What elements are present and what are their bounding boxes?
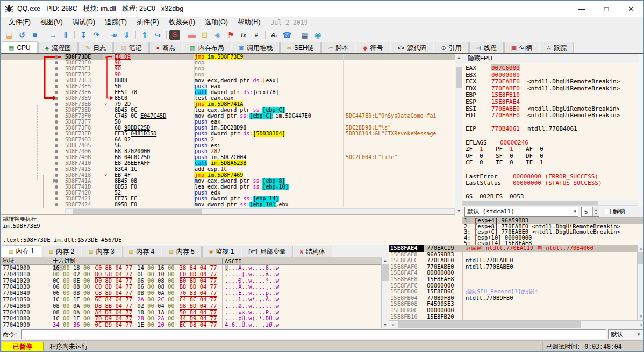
- register-line[interactable]: OF0SF0DF0: [466, 153, 644, 160]
- tab-笔记[interactable]: ▤笔记: [113, 42, 148, 53]
- disasm-row[interactable]: 5D8F742052push edx: [1, 190, 455, 196]
- breakpoint-dot[interactable]: [55, 179, 58, 183]
- disasm-gutter[interactable]: [1, 131, 64, 137]
- tab-句柄[interactable]: ▣句柄: [504, 42, 539, 53]
- register-line[interactable]: EFLAGS00000246: [466, 140, 644, 147]
- dump-tab-结构体[interactable]: §结构体: [294, 246, 332, 257]
- hide-fpu-button[interactable]: 隐藏FPU: [462, 54, 498, 63]
- maximize-button[interactable]: □: [594, 1, 619, 17]
- bookmark-icon[interactable]: ⚑: [225, 30, 237, 40]
- disasm-row[interactable]: 5D8F73ED8D45 0Clea eax,dword ptr ss:[ebp…: [1, 107, 455, 113]
- run-to-selection-icon[interactable]: ↠: [108, 30, 120, 40]
- disasm-row[interactable]: 5D8F73F750push eax: [1, 119, 455, 125]
- registers-vscrollbar[interactable]: [638, 54, 644, 200]
- breakpoint-dot[interactable]: [55, 191, 58, 195]
- calling-convention-select[interactable]: 默认 (stdcall) ▼: [464, 207, 578, 217]
- execute-till-return-icon[interactable]: ⇑: [139, 30, 151, 40]
- disasm-gutter[interactable]: [1, 166, 64, 172]
- disassembly-vscrollbar[interactable]: ▲ ▼: [455, 54, 462, 214]
- breakpoint-dot[interactable]: [55, 168, 58, 171]
- disasm-row[interactable]: 5D8F73DE⌄EB 09jmp im.5D8F73E9: [1, 54, 455, 60]
- dump-tab-内存 5[interactable]: ▥内存 5: [162, 246, 202, 257]
- disasm-row[interactable]: 5D8F73E290nop: [1, 71, 455, 77]
- disasm-gutter[interactable]: [1, 172, 64, 178]
- disasm-gutter[interactable]: [1, 202, 64, 207]
- breakpoint-dot[interactable]: [55, 150, 58, 153]
- disasm-gutter[interactable]: [1, 190, 64, 196]
- register-line[interactable]: GS002BFS0053: [466, 193, 644, 199]
- breakpoint-dot[interactable]: [55, 85, 58, 88]
- register-line[interactable]: CF0TF0IF1: [466, 160, 644, 167]
- disasm-gutter[interactable]: [1, 137, 64, 142]
- disasm-gutter[interactable]: [1, 54, 64, 60]
- register-line[interactable]: EIP770B4061ntdll.770B4061: [466, 126, 644, 133]
- tab-流程图[interactable]: ♣流程图: [38, 42, 78, 53]
- disasm-row[interactable]: 5D8F73FDFF35 0481D35Dpush dword ptr ds:[…: [1, 131, 455, 137]
- register-line[interactable]: [466, 133, 644, 140]
- disasm-gutter[interactable]: [1, 119, 64, 125]
- breakpoint-dot[interactable]: [55, 97, 58, 100]
- disasm-row[interactable]: 5D8F73E550push eax: [1, 83, 455, 89]
- disasm-row[interactable]: 5D8F73E190nop: [1, 66, 455, 71]
- step-over-icon[interactable]: ↷: [90, 30, 102, 40]
- breakpoint-dot[interactable]: [55, 174, 58, 177]
- dump-tab-内存 2[interactable]: ▥内存 2: [42, 246, 82, 257]
- unlock-checkbox[interactable]: [605, 209, 611, 214]
- close-button[interactable]: ✕: [619, 1, 643, 17]
- open-file-icon[interactable]: ▤: [3, 30, 15, 40]
- attach-icon[interactable]: ☎: [281, 30, 293, 40]
- dump-vscrollbar[interactable]: ▲ ▼: [381, 257, 389, 328]
- label-icon[interactable]: ◈: [212, 30, 224, 40]
- run-to-user-code-icon[interactable]: ↪: [152, 30, 163, 40]
- breakpoint-dot[interactable]: [55, 79, 58, 82]
- breakpoint-dot[interactable]: [55, 61, 58, 64]
- disasm-gutter[interactable]: [1, 89, 64, 95]
- stack-row[interactable]: 15E8FB0015E8FB6C指向SEH_Record[1]的指针: [389, 289, 644, 295]
- tab-符号[interactable]: ◆符号: [356, 42, 390, 53]
- calculator-icon[interactable]: ▦: [299, 30, 311, 40]
- disasm-gutter[interactable]: [1, 160, 64, 166]
- tab-线程[interactable]: ⇉线程: [469, 42, 504, 53]
- tab-调用堆栈[interactable]: ▣调用堆栈: [232, 42, 280, 53]
- disasm-gutter[interactable]: [1, 101, 64, 107]
- stack-row[interactable]: 15E8FB0C00000000: [389, 307, 644, 314]
- disasm-gutter[interactable]: [1, 77, 64, 83]
- menu-item-v[interactable]: 视图(V): [35, 17, 68, 28]
- disasm-gutter[interactable]: [1, 60, 64, 66]
- step-down-icon[interactable]: ⇓: [121, 30, 133, 40]
- tab-源代码[interactable]: <>源代码: [391, 42, 434, 53]
- hash-icon[interactable]: #: [251, 30, 262, 40]
- command-input[interactable]: [21, 329, 606, 339]
- dump-tab-内存 4[interactable]: ▥内存 4: [122, 246, 162, 257]
- assemble-icon[interactable]: A₂: [268, 30, 280, 40]
- dump-row[interactable]: 7704109034 00 36 000C D9 04 771E 00 20 0…: [1, 322, 389, 328]
- disasm-gutter[interactable]: [1, 142, 64, 148]
- stack-row[interactable]: 15E8FAE4770EAC19返回到 ntdll.770EAC19 自 ntd…: [389, 245, 644, 252]
- dump-tab-内存 3[interactable]: ▥内存 3: [82, 246, 121, 257]
- breakpoint-dot[interactable]: [55, 132, 58, 135]
- disasm-row[interactable]: 5D8F73E985C0test eax,eax: [1, 95, 455, 101]
- disasm-row[interactable]: 5D8F73F868 98BDC25Dpush im.5DC2BD985DC2B…: [1, 125, 455, 131]
- disasm-row[interactable]: 5D8F740B68 04C0C25Dpush im.5DC2C0045DC2C…: [1, 154, 455, 160]
- menu-item-p[interactable]: 插件(P): [132, 17, 164, 28]
- skip-exceptions-icon[interactable]: S: [169, 30, 180, 40]
- tab-日志[interactable]: ✎日志: [78, 42, 113, 53]
- disasm-gutter[interactable]: [1, 71, 64, 77]
- breakpoint-dot[interactable]: [55, 55, 58, 59]
- disasm-gutter[interactable]: [1, 66, 64, 71]
- disasm-row[interactable]: 5D8F7410E8 26EEFAFFcall im.5D8A623B: [1, 160, 455, 166]
- command-profile-select[interactable]: 默认 ▼: [608, 329, 643, 339]
- register-line[interactable]: EDI770EABE0<ntdll.DbgUiRemoteBreakin>: [466, 112, 644, 119]
- tab-断点[interactable]: ●断点: [149, 42, 183, 53]
- dump-tab-内存 1[interactable]: ▥内存 1: [2, 245, 41, 257]
- breakpoint-dot[interactable]: [55, 138, 58, 141]
- disasm-gutter[interactable]: [1, 95, 64, 101]
- disasm-row[interactable]: 5D8F73E38B08mov ecx,dword ptr ds:[eax]: [1, 77, 455, 83]
- tab-SEH链[interactable]: ∞SEH链: [280, 42, 321, 53]
- disasm-row[interactable]: 5D8F74036A 02push 2: [1, 137, 455, 142]
- breakpoint-dot[interactable]: [55, 103, 58, 106]
- stack-row[interactable]: 15E8FB1015E8FB20: [389, 314, 644, 320]
- disasm-row[interactable]: 5D8F7421FF75 ECpush dword ptr ss:[ebp-14…: [1, 196, 455, 202]
- breakpoint-dot[interactable]: [55, 91, 58, 94]
- restart-icon[interactable]: ↺: [16, 30, 28, 40]
